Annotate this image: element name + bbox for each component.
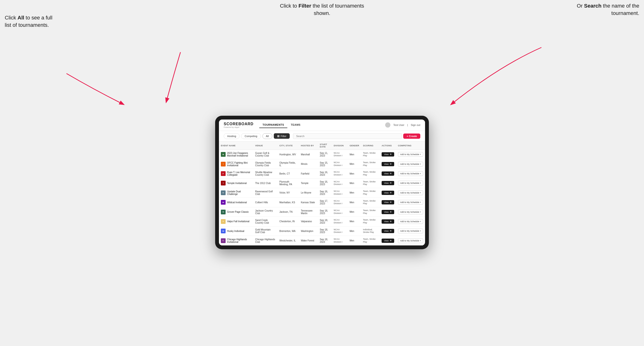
event-name-text-2: Ryan T. Lee Memorial Collegiate [227,171,251,176]
create-button[interactable]: + Create [403,134,420,139]
cell-date-3: Sep 16, 2023 [318,178,332,188]
event-name-text-0: 2023 Joe Feaganes Marshall Invitational [227,152,251,157]
filter-bar: Hosting Competing All ▦ Filter + Create [219,131,425,142]
col-actions: ACTIONS [380,142,396,150]
cell-division-7: NCAA Division I [332,217,348,226]
cell-gender-4: Men [348,188,361,197]
tab-all[interactable]: All [262,133,272,139]
search-input[interactable] [293,133,402,139]
cell-hosted-3: Temple [299,178,318,188]
view-button-1[interactable]: View 👁 [382,162,394,166]
team-icon-6: G [221,210,226,214]
event-name-text-9: Chicago Highlands Invitational [227,238,251,243]
view-label-3: View [384,182,388,184]
cell-gender-7: Men [348,217,361,226]
cell-date-4: Sep 16, 2023 [318,188,332,197]
add-schedule-button-3[interactable]: Add to My Schedule + [398,181,423,185]
add-schedule-button-9[interactable]: Add to My Schedule + [398,238,423,243]
cell-city-1: Olympia Fields, IL [277,159,299,169]
team-icon-8: W [221,229,226,233]
add-schedule-button-1[interactable]: Add to My Schedule + [398,162,423,167]
add-schedule-button-5[interactable]: Add to My Schedule + [398,200,423,205]
user-avatar [385,122,390,128]
tab-competing[interactable]: Competing [241,133,261,139]
cell-actions-6: View 👁 [380,207,396,216]
view-button-8[interactable]: View 👁 [382,229,394,233]
col-start-date: START DATE [318,142,332,150]
annotation-search: Or Search the name of the tournament. [573,2,639,17]
cell-city-8: Bremerton, WA [277,226,299,236]
cell-scoring-1: Team, Stroke Play [361,159,380,169]
cell-date-6: Sep 18, 2023 [318,207,332,216]
cell-actions-9: View 👁 [380,236,396,245]
cell-venue-9: Chicago Highlands Club [253,236,277,245]
event-name-text-4: Upstate Dual Challenge [227,190,251,195]
cell-division-4: NCAA Division I [332,188,348,197]
filter-button[interactable]: ▦ Filter [274,133,290,139]
add-schedule-button-2[interactable]: Add to My Schedule + [398,171,423,176]
cell-scoring-3: Team, Stroke Play [361,178,380,188]
view-button-3[interactable]: View 👁 [382,181,394,185]
view-button-7[interactable]: View 👁 [382,219,394,224]
add-schedule-label-5: Add to My Schedule + [400,201,421,203]
col-competing: COMPETING [396,142,425,150]
table-row: U Upstate Dual Challenge Ravenwood Golf … [219,188,425,197]
view-button-2[interactable]: View 👁 [382,172,394,176]
eye-icon-6: 👁 [390,211,392,213]
nav-tab-tournaments[interactable]: TOURNAMENTS [259,122,288,128]
view-button-6[interactable]: View 👁 [382,210,394,214]
cell-gender-0: Men [348,150,361,159]
event-name-text-3: Temple Invitational [227,182,247,184]
cell-event-name-3: T Temple Invitational [219,178,253,188]
cell-venue-7: Sand Creek Country Club [253,217,277,226]
tablet-screen: SCOREBOARD Powered by clippd TOURNAMENTS… [219,120,425,246]
view-button-0[interactable]: View 👁 [382,152,394,157]
table-row: M 2023 Joe Feaganes Marshall Invitationa… [219,150,425,159]
annotation-filter: Click to Filter the list of tournaments … [279,2,365,17]
cell-venue-8: Gold Mountain Golf Club [253,226,277,236]
cell-hosted-4: Le Moyne [299,188,318,197]
app-header: SCOREBOARD Powered by clippd TOURNAMENTS… [219,120,425,131]
event-name-text-1: OFCC Fighting Illini Invitational [227,162,251,167]
cell-scoring-0: Team, Stroke Play [361,150,380,159]
add-schedule-button-4[interactable]: Add to My Schedule + [398,190,423,195]
event-name-text-7: Valpo Fall Invitational [227,220,249,223]
cell-hosted-2: Fairfield [299,169,318,178]
table-header-row: EVENT NAME VENUE CITY, STATE HOSTED BY S… [219,142,425,150]
view-label-6: View [384,211,388,213]
col-division: DIVISION [332,142,348,150]
cell-division-1: NCAA Division I [332,159,348,169]
tab-hosting[interactable]: Hosting [224,133,240,139]
view-button-5[interactable]: View 👁 [382,200,394,204]
add-schedule-button-6[interactable]: Add to My Schedule + [398,210,423,214]
sign-out-link[interactable]: Sign out [411,124,420,126]
cell-city-0: Huntington, WV [277,150,299,159]
cell-date-5: Sep 17, 2023 [318,197,332,207]
cell-competing-9: Add to My Schedule + [396,236,425,245]
add-schedule-button-0[interactable]: Add to My Schedule + [398,152,423,157]
nav-tab-teams[interactable]: TEAMS [287,122,304,128]
table-row: F Ryan T. Lee Memorial Collegiate Shuttl… [219,169,425,178]
cell-event-name-0: M 2023 Joe Feaganes Marshall Invitationa… [219,150,253,159]
cell-hosted-7: Valparaiso [299,217,318,226]
cell-hosted-1: Illinois [299,159,318,169]
cell-venue-4: Ravenwood Golf Club [253,188,277,197]
view-label-1: View [384,163,388,165]
table-row: W Husky Individual Gold Mountain Golf Cl… [219,226,425,236]
cell-division-0: NCAA Division I [332,150,348,159]
view-label-5: View [384,201,388,203]
view-button-9[interactable]: View 👁 [382,239,394,243]
add-schedule-button-7[interactable]: Add to My Schedule + [398,219,423,224]
cell-city-6: Jackson, TN [277,207,299,216]
col-hosted-by: HOSTED BY [299,142,318,150]
cell-division-6: NCAA Division I [332,207,348,216]
header-right: Test User | Sign out [385,122,420,128]
team-icon-4: U [221,190,226,195]
filter-label: Filter [281,135,286,138]
annotation-all: Click All to see a full list of tourname… [5,14,54,29]
add-schedule-button-8[interactable]: Add to My Schedule + [398,229,423,233]
cell-date-2: Sep 16, 2023 [318,169,332,178]
view-button-4[interactable]: View 👁 [382,191,394,195]
add-schedule-label-7: Add to My Schedule + [400,220,421,223]
add-schedule-label-3: Add to My Schedule + [400,182,421,184]
